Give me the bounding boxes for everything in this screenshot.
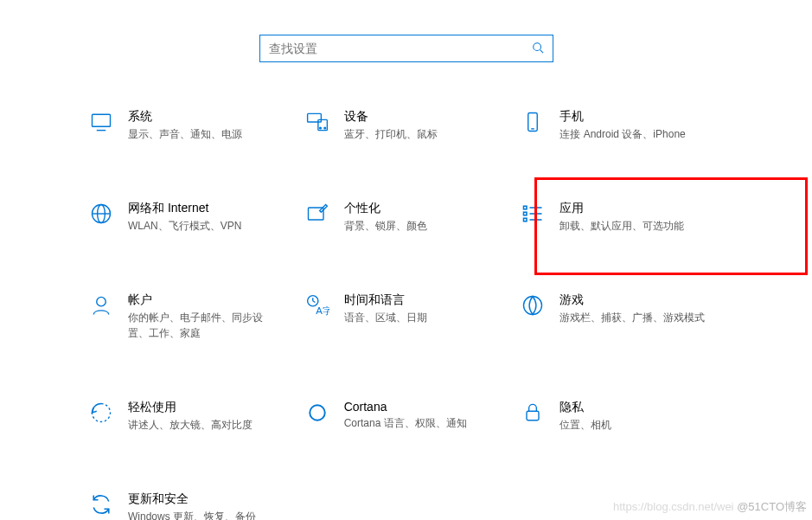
update-security-icon — [88, 491, 114, 517]
tile-devices[interactable]: 设备 蓝牙、打印机、鼠标 — [303, 106, 510, 145]
svg-rect-4 — [307, 113, 321, 122]
tile-network[interactable]: 网络和 Internet WLAN、飞行模式、VPN — [86, 197, 294, 237]
tile-desc: 连接 Android 设备、iPhone — [559, 126, 685, 142]
ease-of-access-icon — [88, 400, 114, 426]
svg-point-26 — [310, 405, 325, 420]
svg-rect-2 — [93, 114, 111, 126]
search-icon — [532, 42, 544, 56]
tile-desc: WLAN、飞行模式、VPN — [128, 218, 241, 234]
tile-system[interactable]: 系统 显示、声音、通知、电源 — [86, 106, 294, 145]
svg-line-23 — [312, 301, 315, 303]
svg-rect-16 — [524, 212, 527, 215]
apps-icon — [520, 201, 546, 227]
tile-desc: 位置、相机 — [559, 417, 611, 433]
tile-title: 应用 — [559, 201, 684, 216]
tile-privacy[interactable]: 隐私 位置、相机 — [518, 396, 726, 436]
watermark-faint: https://blog.csdn.net/wei — [613, 500, 733, 513]
tile-cortana[interactable]: Cortana Cortana 语言、权限、通知 — [303, 396, 510, 436]
personalization-icon — [304, 201, 330, 227]
tile-title: 帐户 — [128, 292, 275, 308]
tile-gaming[interactable]: 游戏 游戏栏、捕获、广播、游戏模式 — [518, 289, 726, 344]
tile-title: Cortana — [344, 400, 467, 414]
cortana-icon — [304, 400, 330, 426]
network-icon — [88, 201, 114, 227]
tile-desc: 你的帐户、电子邮件、同步设置、工作、家庭 — [128, 310, 275, 341]
svg-rect-27 — [527, 411, 539, 420]
svg-rect-18 — [524, 218, 527, 221]
devices-icon — [304, 109, 330, 135]
svg-point-6 — [319, 127, 321, 129]
watermark: https://blog.csdn.net/wei @51CTO博客 — [613, 499, 807, 515]
time-language-icon: A字 — [304, 292, 330, 318]
privacy-icon — [520, 400, 546, 426]
tile-accounts[interactable]: 帐户 你的帐户、电子邮件、同步设置、工作、家庭 — [86, 289, 294, 344]
tile-desc: Windows 更新、恢复、备份 — [128, 509, 256, 520]
search-input[interactable] — [269, 42, 532, 55]
tile-time-language[interactable]: A字 时间和语言 语音、区域、日期 — [303, 289, 510, 344]
tile-personalization[interactable]: 个性化 背景、锁屏、颜色 — [303, 197, 510, 237]
svg-point-0 — [533, 42, 540, 50]
tile-desc: 显示、声音、通知、电源 — [128, 126, 242, 142]
tile-title: 系统 — [128, 109, 242, 125]
svg-point-20 — [97, 297, 106, 306]
system-icon — [88, 109, 114, 135]
phone-icon — [520, 109, 546, 135]
gaming-icon — [520, 292, 546, 318]
tile-title: 轻松使用 — [128, 400, 253, 415]
tile-desc: 讲述人、放大镜、高对比度 — [128, 417, 253, 433]
tile-ease-of-access[interactable]: 轻松使用 讲述人、放大镜、高对比度 — [86, 396, 294, 436]
tile-desc: 卸载、默认应用、可选功能 — [559, 218, 684, 234]
tile-apps[interactable]: 应用 卸载、默认应用、可选功能 — [518, 197, 726, 237]
tile-title: 个性化 — [344, 201, 427, 216]
tile-title: 手机 — [559, 109, 685, 125]
tile-title: 时间和语言 — [344, 292, 427, 308]
tile-desc: 蓝牙、打印机、鼠标 — [344, 126, 438, 142]
tile-phone[interactable]: 手机 连接 Android 设备、iPhone — [518, 106, 726, 145]
svg-line-1 — [540, 49, 543, 53]
tile-title: 隐私 — [559, 400, 611, 415]
svg-point-7 — [324, 127, 326, 129]
search-box[interactable] — [259, 35, 553, 62]
tile-title: 网络和 Internet — [128, 201, 241, 216]
tile-title: 游戏 — [559, 292, 705, 308]
tile-title: 更新和安全 — [128, 491, 256, 507]
tile-desc: Cortana 语言、权限、通知 — [344, 415, 467, 431]
svg-point-25 — [524, 297, 542, 315]
watermark-strong: @51CTO博客 — [734, 500, 807, 513]
settings-grid: 系统 显示、声音、通知、电源 设备 蓝牙、打印机、鼠标 手机 连接 Androi… — [0, 106, 812, 520]
tile-title: 设备 — [344, 109, 438, 125]
tile-update-security[interactable]: 更新和安全 Windows 更新、恢复、备份 — [86, 488, 294, 520]
tile-desc: 语音、区域、日期 — [344, 310, 427, 325]
tile-desc: 背景、锁屏、颜色 — [344, 218, 427, 234]
accounts-icon — [88, 292, 114, 318]
svg-rect-14 — [524, 206, 527, 209]
svg-text:A字: A字 — [316, 305, 329, 316]
tile-desc: 游戏栏、捕获、广播、游戏模式 — [559, 310, 705, 325]
